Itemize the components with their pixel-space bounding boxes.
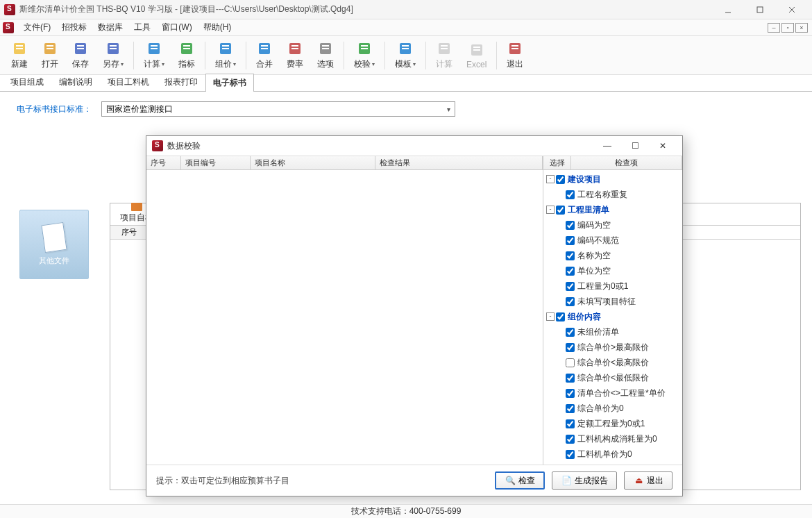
close-button[interactable]	[776, 0, 808, 19]
side-panel-other-files[interactable]: 其他文件	[19, 210, 89, 279]
tree-label: 单位为空	[577, 265, 611, 277]
tree-label: 建设项目	[568, 174, 601, 185]
tree-checkbox[interactable]	[566, 297, 575, 306]
tree-checkbox[interactable]	[566, 221, 575, 230]
tree-node[interactable]: 综合单价为0	[543, 401, 682, 416]
tree-checkbox[interactable]	[566, 267, 575, 276]
toolbar-保存[interactable]: 保存	[65, 39, 96, 72]
toolbar-新建[interactable]: 新建	[4, 39, 35, 72]
tree-node[interactable]: 工程名称重复	[543, 187, 682, 202]
dialog-maximize[interactable]: ☐	[621, 137, 649, 154]
mdi-minimize[interactable]: –	[768, 23, 780, 33]
tree-node[interactable]: 定额工程量为0或1	[543, 416, 682, 431]
tree-node[interactable]: 编码不规范	[543, 233, 682, 248]
tree-node[interactable]: -工程里清单	[543, 202, 682, 217]
dialog-minimize[interactable]: —	[593, 137, 621, 154]
expand-icon[interactable]: -	[546, 206, 555, 214]
document-icon	[41, 222, 67, 252]
menu-item[interactable]: 数据库	[92, 20, 128, 35]
tree-node[interactable]: 综合单价>最高限价	[543, 340, 682, 355]
svg-rect-47	[511, 45, 518, 47]
tree-node[interactable]: 编码为空	[543, 217, 682, 233]
menu-item[interactable]: 窗口(W)	[156, 20, 197, 35]
col-header[interactable]: 检查项	[571, 156, 682, 169]
standard-select[interactable]: 国家造价监测接口 ▾	[101, 101, 455, 117]
tree-node[interactable]: 未填写项目特征	[543, 294, 682, 309]
mdi-restore[interactable]: ▫	[781, 23, 794, 33]
toolbar-选项[interactable]: 选项	[310, 39, 341, 72]
tree-checkbox[interactable]	[566, 389, 575, 398]
checks-tree[interactable]: -建设项目工程名称重复-工程里清单编码为空编码不规范名称为空单位为空工程量为0或…	[543, 170, 682, 465]
tree-checkbox[interactable]	[566, 374, 575, 383]
expand-icon[interactable]: -	[546, 175, 555, 183]
toolbar-退出[interactable]: 退出	[500, 39, 530, 72]
tree-checkbox[interactable]	[566, 435, 575, 444]
tree-node[interactable]: 工料机单价为0	[543, 446, 682, 462]
toolbar-打开[interactable]: 打开	[35, 39, 65, 72]
tree-node[interactable]: 工程量为0或1	[543, 278, 682, 294]
toolbar-计算[interactable]: 计算▾	[137, 39, 171, 72]
tree-label: 名称为空	[577, 250, 611, 262]
tree-checkbox[interactable]	[566, 358, 575, 367]
tree-node[interactable]: -建设项目	[543, 172, 682, 187]
toolbar-指标[interactable]: 指标	[171, 39, 202, 72]
exit-button[interactable]: ⏏ 退出	[624, 471, 673, 490]
tab-编制说明[interactable]: 编制说明	[51, 73, 100, 91]
tree-checkbox[interactable]	[566, 282, 575, 291]
toolbar-合并[interactable]: 合并	[249, 39, 280, 72]
toolbar-另存[interactable]: 另存▾	[96, 39, 130, 72]
tab-电子标书[interactable]: 电子标书	[205, 74, 254, 92]
col-header[interactable]: 序号	[146, 156, 181, 169]
tree-node[interactable]: 单位为空	[543, 263, 682, 278]
check-button[interactable]: 🔍 检查	[495, 471, 545, 490]
toolbar-模板[interactable]: 模板▾	[388, 39, 423, 72]
col-header[interactable]: 选择	[543, 156, 571, 169]
menu-item[interactable]: 帮助(H)	[198, 20, 237, 35]
tree-checkbox[interactable]	[566, 343, 575, 352]
tree-node[interactable]: 名称为空	[543, 248, 682, 263]
tree-checkbox[interactable]	[566, 328, 575, 337]
minimize-button[interactable]	[712, 0, 744, 19]
svg-rect-48	[511, 48, 518, 49]
tree-node[interactable]: 未组价清单	[543, 324, 682, 340]
tree-checkbox[interactable]	[566, 404, 575, 413]
workspace-tab[interactable]: 序号	[110, 226, 149, 239]
tab-报表打印[interactable]: 报表打印	[157, 73, 205, 91]
dialog-close[interactable]: ✕	[649, 137, 677, 154]
menu-item[interactable]: 工具	[128, 20, 156, 35]
tree-checkbox[interactable]	[556, 206, 565, 215]
tree-node[interactable]: -组价内容	[543, 309, 682, 324]
col-header[interactable]: 项目名称	[251, 156, 375, 169]
tree-checkbox[interactable]	[556, 312, 565, 321]
toolbar-校验[interactable]: 校验▾	[347, 39, 382, 72]
tree-checkbox[interactable]	[566, 190, 575, 199]
menu-item[interactable]: 招投标	[56, 20, 92, 35]
tree-checkbox[interactable]	[566, 236, 575, 245]
toolbar-icon	[468, 42, 485, 58]
tree-node[interactable]: 综合单价<最低限价	[543, 370, 682, 385]
tree-node[interactable]: 综合单价<最高限价	[543, 355, 682, 370]
svg-rect-1	[757, 7, 763, 12]
toolbar-费率[interactable]: 费率	[280, 39, 310, 72]
toolbar-icon	[146, 40, 162, 57]
generate-report-button[interactable]: 📄 生成报告	[552, 471, 617, 490]
tree-node[interactable]: 清单合价<>工程量*单价	[543, 385, 682, 401]
tab-项目组成[interactable]: 项目组成	[3, 73, 51, 91]
expand-icon[interactable]: -	[546, 312, 555, 321]
col-header[interactable]: 项目编号	[181, 156, 251, 169]
mdi-close[interactable]: ×	[795, 23, 808, 33]
tree-checkbox[interactable]	[556, 175, 565, 184]
tree-checkbox[interactable]	[566, 450, 575, 459]
tab-项目工料机[interactable]: 项目工料机	[100, 73, 157, 91]
tree-node[interactable]: 工料机构成消耗量为0	[543, 431, 682, 446]
maximize-button[interactable]	[744, 0, 776, 19]
tree-label: 组价内容	[568, 311, 601, 323]
col-header[interactable]: 检查结果	[375, 156, 543, 169]
search-icon: 🔍	[505, 475, 516, 486]
svg-rect-18	[151, 48, 158, 49]
toolbar-组价[interactable]: 组价▾	[208, 39, 243, 72]
svg-rect-6	[16, 48, 23, 49]
menu-item[interactable]: 文件(F)	[18, 20, 56, 35]
tree-checkbox[interactable]	[566, 419, 575, 428]
tree-checkbox[interactable]	[566, 251, 575, 260]
